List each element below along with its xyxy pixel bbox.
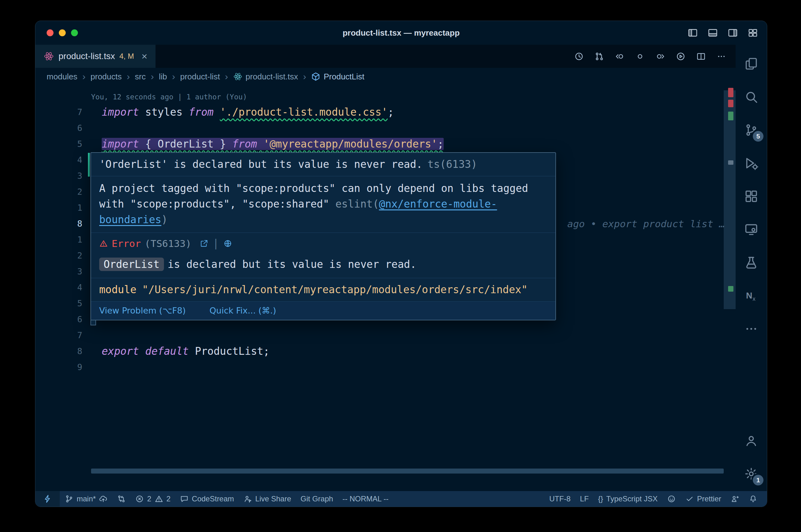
- status-language[interactable]: {}TypeScript JSX: [594, 491, 662, 507]
- activity-bar: 5Nx1: [735, 45, 767, 491]
- code-line[interactable]: 7: [35, 327, 735, 343]
- activity-search[interactable]: [743, 89, 759, 105]
- activity-accounts[interactable]: [743, 433, 759, 449]
- copy-pages-icon: [744, 57, 759, 71]
- status-remote[interactable]: [35, 491, 60, 507]
- code-line[interactable]: 6: [35, 120, 735, 136]
- line-number[interactable]: 2: [35, 184, 93, 200]
- line-number[interactable]: 7: [35, 327, 93, 343]
- breadcrumb-item-src[interactable]: src: [135, 72, 146, 81]
- line-number[interactable]: 8: [35, 343, 93, 359]
- line-number[interactable]: 1: [35, 232, 93, 248]
- eslint-prefix: eslint(: [335, 198, 379, 210]
- toggle-secondary-sidebar-button[interactable]: [727, 27, 738, 38]
- line-number[interactable]: 5: [35, 296, 93, 311]
- line-number[interactable]: 8: [35, 216, 93, 232]
- bell-icon: [749, 494, 758, 503]
- activity-explorer[interactable]: [743, 56, 759, 72]
- status-notifications[interactable]: [744, 491, 762, 507]
- activity-source-control[interactable]: 5: [743, 122, 759, 138]
- titlebar: product-list.tsx — myreactapp: [35, 21, 767, 45]
- code-line[interactable]: 9: [35, 359, 735, 375]
- breadcrumb-item-products[interactable]: products: [90, 72, 122, 81]
- activity-testing[interactable]: [743, 255, 759, 270]
- customize-layout-button[interactable]: [747, 27, 758, 38]
- code-line[interactable]: 7import styles from './product-list.modu…: [35, 104, 735, 120]
- status-git-graph[interactable]: Git Graph: [296, 491, 338, 507]
- activity-run-debug[interactable]: [743, 155, 759, 171]
- line-number[interactable]: 1: [35, 200, 93, 216]
- toggle-panel-button[interactable]: [707, 27, 718, 38]
- line-number[interactable]: 2: [35, 248, 93, 264]
- quick-fix-action[interactable]: Quick Fix... (⌘.): [210, 305, 276, 316]
- line-number[interactable]: 7: [35, 104, 93, 120]
- line-number[interactable]: 4: [35, 152, 93, 168]
- status-vim-mode[interactable]: -- NORMAL --: [338, 491, 393, 507]
- codelens[interactable]: You, 12 seconds ago | 1 author (You): [35, 90, 735, 104]
- status-eol[interactable]: LF: [576, 491, 593, 507]
- editor[interactable]: You, 12 seconds ago | 1 author (You)7imp…: [35, 86, 735, 491]
- navigate-back-button[interactable]: [615, 52, 624, 61]
- window-title: product-list.tsx — myreactapp: [343, 28, 460, 38]
- breadcrumbs: modules›products›src›lib›product-list›pr…: [35, 68, 735, 86]
- breadcrumb-item-product-list[interactable]: product-list: [180, 72, 220, 81]
- breadcrumb-item-lib[interactable]: lib: [159, 72, 167, 81]
- status-branch[interactable]: main*: [60, 491, 112, 507]
- git-branch-icon: [65, 494, 74, 503]
- horizontal-scrollbar[interactable]: [91, 469, 724, 474]
- status-copilot[interactable]: [663, 491, 680, 507]
- ts-error-code: ts(6133): [427, 158, 477, 170]
- view-problem-action[interactable]: View Problem (⌥F8): [99, 305, 186, 316]
- activity-badge: 1: [753, 475, 763, 486]
- status-compare[interactable]: [113, 491, 130, 507]
- open-changes-button[interactable]: [595, 52, 604, 61]
- status-feedback[interactable]: [726, 491, 744, 507]
- run-file-button[interactable]: [676, 52, 686, 61]
- status-formatter[interactable]: Prettier: [681, 491, 726, 507]
- account-icon: [744, 434, 759, 448]
- zoom-window-button[interactable]: [71, 30, 78, 36]
- line-number[interactable]: 4: [35, 280, 93, 296]
- activity-more-views[interactable]: [743, 321, 759, 337]
- navigate-forward-button[interactable]: [656, 52, 665, 61]
- activity-extensions[interactable]: [743, 189, 759, 204]
- minimize-window-button[interactable]: [59, 30, 66, 36]
- activity-settings[interactable]: 1: [743, 466, 759, 482]
- breadcrumb-item-modules[interactable]: modules: [47, 72, 77, 81]
- line-number[interactable]: 6: [35, 120, 93, 136]
- code-line[interactable]: 5import { OrderList } from '@myreactapp/…: [35, 136, 735, 152]
- error-code: (TS6133): [145, 237, 191, 250]
- toggle-primary-sidebar-button[interactable]: [688, 27, 698, 38]
- status-codestream[interactable]: CodeStream: [176, 491, 238, 507]
- close-window-button[interactable]: [47, 30, 54, 36]
- timeline-button[interactable]: [574, 52, 584, 61]
- hover-actions: View Problem (⌥F8) Quick Fix... (⌘.): [91, 301, 556, 320]
- line-number[interactable]: 5: [35, 136, 93, 152]
- activity-remote-explorer[interactable]: [743, 222, 759, 237]
- breadcrumb-item-product-list-tsx[interactable]: product-list.tsx: [233, 72, 298, 81]
- more-actions-button[interactable]: [716, 52, 726, 61]
- inline-blame[interactable]: ago • export product list …: [567, 218, 725, 229]
- beaker-icon: [744, 255, 759, 270]
- line-number[interactable]: 9: [35, 359, 93, 375]
- external-link-icon[interactable]: [200, 239, 208, 248]
- line-number[interactable]: 3: [35, 168, 93, 184]
- status-encoding[interactable]: UTF-8: [545, 491, 575, 507]
- globe-icon[interactable]: [223, 239, 232, 248]
- tab-product-list-tsx[interactable]: product-list.tsx 4, M ×: [35, 45, 156, 68]
- navigate-indicator-button[interactable]: [635, 52, 645, 61]
- line-number[interactable]: 6: [35, 311, 93, 327]
- overview-mark: [728, 88, 733, 97]
- tab-close-button[interactable]: ×: [142, 51, 147, 61]
- activity-nx-console[interactable]: Nx: [743, 288, 759, 304]
- status-live-share[interactable]: Live Share: [239, 491, 296, 507]
- breadcrumb-item-productlist[interactable]: ProductList: [311, 72, 364, 81]
- popup-resize-handle[interactable]: [90, 320, 96, 325]
- breadcrumb-separator: ›: [303, 71, 306, 82]
- breadcrumb-separator: ›: [225, 71, 228, 82]
- chip-message: is declared but its value is never read.: [168, 258, 416, 270]
- line-number[interactable]: 3: [35, 264, 93, 280]
- code-line[interactable]: 8export default ProductList;: [35, 343, 735, 359]
- status-problems[interactable]: 22: [131, 491, 175, 507]
- split-editor-button[interactable]: [696, 52, 706, 61]
